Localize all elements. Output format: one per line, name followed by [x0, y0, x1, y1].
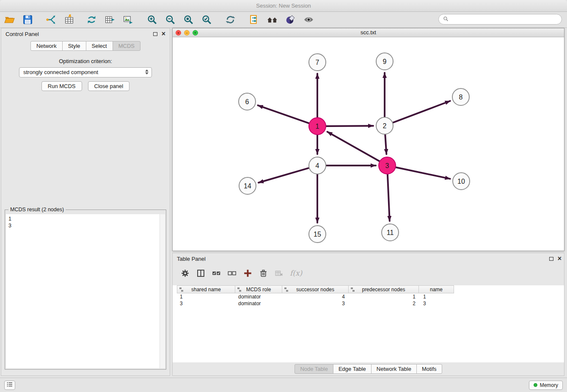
- traffic-minimize-icon[interactable]: −: [184, 30, 190, 36]
- close-table-panel-icon[interactable]: ×: [558, 256, 561, 262]
- tab-style[interactable]: Style: [62, 41, 86, 51]
- table-cell[interactable]: 1: [177, 293, 236, 300]
- table-settings-button[interactable]: [179, 267, 191, 279]
- column-header-label: shared name: [191, 287, 221, 293]
- traffic-zoom-icon[interactable]: +: [193, 30, 198, 36]
- select-all-button[interactable]: [210, 267, 223, 279]
- first-neighbors-button[interactable]: [247, 14, 261, 26]
- node-2[interactable]: 2: [376, 117, 393, 134]
- column-header-shared-name[interactable]: shared name: [177, 285, 235, 293]
- tab-network[interactable]: Network: [30, 41, 63, 51]
- node-label: 6: [245, 98, 249, 105]
- status-bar: Memory: [0, 378, 567, 392]
- result-scrollbar[interactable]: [160, 214, 165, 368]
- home-button[interactable]: [265, 14, 279, 26]
- export-network-button[interactable]: [84, 14, 99, 26]
- node-10[interactable]: 10: [453, 173, 470, 190]
- node-6[interactable]: 6: [239, 93, 256, 110]
- tab-select[interactable]: Select: [86, 41, 113, 51]
- control-panel-title: Control Panel: [6, 31, 39, 37]
- node-1[interactable]: 1: [309, 118, 326, 135]
- column-namespace-icon: [284, 287, 289, 292]
- memory-button[interactable]: Memory: [529, 381, 563, 390]
- node-4[interactable]: 4: [309, 157, 326, 174]
- node-11[interactable]: 11: [382, 224, 399, 241]
- float-panel-icon[interactable]: [153, 32, 157, 36]
- style-button[interactable]: [283, 14, 297, 26]
- mcds-result-area[interactable]: 1 3: [6, 214, 165, 368]
- control-panel-header: Control Panel ×: [1, 28, 170, 39]
- traffic-close-icon[interactable]: ×: [176, 30, 181, 36]
- node-14[interactable]: 14: [239, 177, 256, 194]
- close-panel-button[interactable]: Close panel: [88, 81, 130, 91]
- node-8[interactable]: 8: [452, 88, 469, 105]
- delete-table-button[interactable]: [272, 267, 285, 279]
- table-cell[interactable]: 3: [283, 300, 350, 307]
- export-image-button[interactable]: [121, 14, 135, 26]
- tab-mcds[interactable]: MCDS: [113, 41, 140, 51]
- tab-motifs[interactable]: Motifs: [416, 364, 442, 374]
- table-cell[interactable]: dominator: [236, 300, 283, 307]
- edge-3-10[interactable]: [396, 167, 450, 179]
- search-input[interactable]: [451, 16, 557, 22]
- edge-3-1[interactable]: [328, 132, 380, 161]
- table-cell[interactable]: 3: [177, 300, 236, 307]
- zoom-selected-button[interactable]: [199, 14, 214, 26]
- zoom-fit-button[interactable]: [181, 14, 195, 26]
- show-hide-details-button[interactable]: [301, 14, 316, 26]
- export-network-icon: [86, 14, 97, 25]
- node-15[interactable]: 15: [309, 226, 326, 243]
- export-table-button[interactable]: [102, 14, 117, 26]
- show-columns-button[interactable]: [194, 267, 207, 279]
- function-builder-button[interactable]: f(x): [288, 267, 304, 279]
- home-icon: [267, 14, 278, 25]
- edge-4-14[interactable]: [259, 168, 309, 183]
- network-canvas[interactable]: 7968124314101511: [173, 37, 564, 251]
- open-folder-icon: [4, 14, 15, 25]
- import-network-button[interactable]: [44, 14, 58, 26]
- task-history-button[interactable]: [4, 381, 15, 390]
- delete-column-button[interactable]: [257, 267, 270, 279]
- table-cell[interactable]: 1: [350, 293, 421, 300]
- import-table-button[interactable]: [62, 14, 76, 26]
- zoom-out-button[interactable]: [163, 14, 177, 26]
- edge-3-11[interactable]: [388, 174, 390, 221]
- document-arrows-icon: [249, 14, 259, 25]
- table-cell[interactable]: 3: [421, 300, 456, 307]
- column-header-name[interactable]: name: [418, 285, 454, 293]
- column-header-predecessor-nodes[interactable]: predecessor nodes: [348, 285, 419, 293]
- edge-1-6[interactable]: [258, 105, 309, 123]
- float-table-panel-icon[interactable]: [549, 257, 553, 261]
- gear-icon: [181, 269, 190, 278]
- zoom-in-button[interactable]: [145, 14, 159, 26]
- column-header-MCDS-role[interactable]: MCDS role: [235, 285, 282, 293]
- window-titlebar: Session: New Session: [0, 0, 567, 12]
- table-row[interactable]: 1dominator411: [177, 293, 564, 300]
- edge-1-2[interactable]: [326, 126, 373, 126]
- column-header-successor-nodes[interactable]: successor nodes: [282, 285, 349, 293]
- save-session-button[interactable]: [20, 14, 35, 26]
- add-column-button[interactable]: [241, 267, 254, 279]
- edge-2-3[interactable]: [385, 135, 386, 154]
- edge-2-8[interactable]: [393, 101, 450, 123]
- node-3[interactable]: 3: [379, 157, 396, 174]
- table-cell[interactable]: 2: [350, 300, 421, 307]
- control-panel-tabs: Network Style Select MCDS: [1, 41, 170, 51]
- deselect-all-button[interactable]: [226, 267, 238, 279]
- table-row[interactable]: 3dominator323: [177, 300, 564, 307]
- apply-layout-button[interactable]: [223, 14, 237, 26]
- tab-network-table[interactable]: Network Table: [371, 364, 417, 374]
- table-cell[interactable]: dominator: [236, 293, 283, 300]
- export-image-icon: [123, 14, 133, 25]
- table-cell[interactable]: 1: [421, 293, 456, 300]
- node-9[interactable]: 9: [376, 53, 393, 70]
- tab-edge-table[interactable]: Edge Table: [333, 364, 372, 374]
- node-7[interactable]: 7: [309, 54, 326, 71]
- table-cell[interactable]: 4: [283, 293, 350, 300]
- run-mcds-button[interactable]: Run MCDS: [41, 81, 82, 91]
- global-search-field[interactable]: [438, 14, 562, 25]
- close-panel-icon[interactable]: ×: [162, 31, 165, 37]
- open-session-button[interactable]: [2, 14, 17, 26]
- optimization-criterion-dropdown[interactable]: strongly connected component: [19, 67, 152, 77]
- tab-node-table[interactable]: Node Table: [295, 364, 333, 374]
